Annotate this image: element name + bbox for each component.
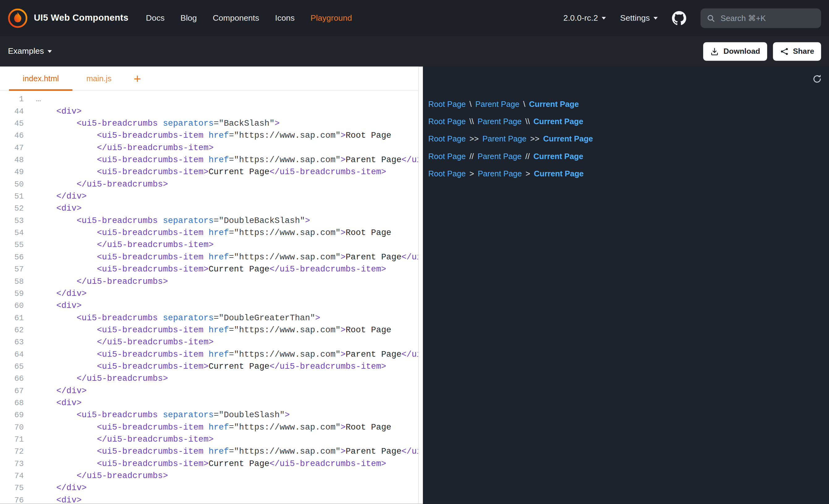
refresh-button[interactable] xyxy=(810,72,824,86)
code-token: <ui5-breadcrumbs-item xyxy=(36,228,204,238)
settings-dropdown[interactable]: Settings xyxy=(620,13,657,23)
code-token: <ui5-breadcrumbs xyxy=(36,216,158,226)
examples-toolbar: Examples Download Share xyxy=(0,36,829,66)
breadcrumb-link[interactable]: Root Page xyxy=(428,100,466,108)
download-button[interactable]: Download xyxy=(704,42,767,61)
breadcrumb-link[interactable]: Parent Page xyxy=(477,152,522,161)
code-text: </ui5-breadcrumbs> xyxy=(36,179,418,191)
chevron-down-icon xyxy=(47,50,52,53)
search-box[interactable] xyxy=(700,8,821,28)
code-token: Parent Page xyxy=(346,253,401,262)
code-token: <ui5-breadcrumbs-item xyxy=(36,350,204,359)
brand[interactable]: UI5 Web Components xyxy=(8,8,129,28)
code-line: 49 <ui5-breadcrumbs-item>Current Page</u… xyxy=(0,166,418,179)
download-icon xyxy=(710,47,719,55)
code-token: DoubleGreaterThan xyxy=(224,313,310,323)
code-token xyxy=(204,447,208,457)
code-token: Current Page xyxy=(209,459,269,468)
code-text: <ui5-breadcrumbs-item>Current Page</ui5-… xyxy=(36,166,418,179)
code-text: <ui5-breadcrumbs-item href="https://www.… xyxy=(36,154,418,166)
code-token: href xyxy=(209,131,229,141)
code-token: </ui5-breadcrumbs-item> xyxy=(401,155,418,165)
top-navbar: UI5 Web Components DocsBlogComponentsIco… xyxy=(0,0,829,36)
code-token: </ui5-breadcrumbs-item> xyxy=(269,167,386,177)
screen: UI5 Web Components DocsBlogComponentsIco… xyxy=(0,0,829,504)
examples-dropdown[interactable]: Examples xyxy=(8,47,52,56)
code-token: </ui5-breadcrumbs-item> xyxy=(269,265,386,274)
breadcrumb-link[interactable]: Root Page xyxy=(428,152,466,161)
line-number: 49 xyxy=(0,166,24,179)
github-icon xyxy=(672,11,686,25)
main-nav: DocsBlogComponentsIconsPlayground xyxy=(146,13,352,23)
code-text: <ui5-breadcrumbs-item href="https://www.… xyxy=(36,227,418,239)
code-line: 68 <div> xyxy=(0,397,418,409)
breadcrumb-row: Root Page//Parent Page//Current Page xyxy=(428,147,823,165)
code-token: <div> xyxy=(36,495,82,504)
code-token: separators xyxy=(163,119,214,128)
nav-item-playground[interactable]: Playground xyxy=(311,13,352,23)
code-token: <ui5-breadcrumbs-item xyxy=(36,131,204,141)
line-number: 73 xyxy=(0,458,24,470)
code-token: https://www.sap.com xyxy=(239,350,335,359)
line-number: 56 xyxy=(0,251,24,263)
code-token: <ui5-breadcrumbs-item> xyxy=(36,167,208,177)
github-link[interactable] xyxy=(672,11,686,25)
code-line: 71 </ui5-breadcrumbs-item> xyxy=(0,434,418,445)
breadcrumb-separator: >> xyxy=(527,134,543,143)
breadcrumb-link[interactable]: Parent Page xyxy=(477,117,522,126)
breadcrumb-link[interactable]: Parent Page xyxy=(478,169,522,178)
code-text: </div> xyxy=(36,482,418,495)
line-number: 76 xyxy=(0,495,24,504)
breadcrumb-link[interactable]: Root Page xyxy=(428,169,466,178)
breadcrumb-link[interactable]: Root Page xyxy=(428,117,466,126)
toolbar-actions: Download Share xyxy=(704,42,821,61)
code-token xyxy=(204,350,208,359)
code-token: <div> xyxy=(36,398,82,408)
code-token: https://www.sap.com xyxy=(239,228,335,238)
code-text: </ui5-breadcrumbs-item> xyxy=(36,337,418,349)
nav-item-docs[interactable]: Docs xyxy=(146,13,165,23)
code-lines[interactable]: 1…44 <div>45 <ui5-breadcrumbs separators… xyxy=(0,91,418,504)
code-token: href xyxy=(209,325,229,335)
code-token: =" xyxy=(214,216,224,226)
version-dropdown[interactable]: 2.0.0-rc.2 xyxy=(563,13,606,23)
nav-item-components[interactable]: Components xyxy=(213,13,259,23)
breadcrumb-link[interactable]: Parent Page xyxy=(475,100,519,108)
code-line: 46 <ui5-breadcrumbs-item href="https://w… xyxy=(0,130,418,142)
pane-splitter[interactable] xyxy=(418,67,423,504)
line-number: 47 xyxy=(0,142,24,154)
line-number: 59 xyxy=(0,288,24,300)
line-number: 70 xyxy=(0,422,24,434)
tab-main.js[interactable]: main.js xyxy=(73,67,125,90)
code-token xyxy=(204,253,208,262)
code-token: =" xyxy=(229,253,239,262)
code-text: <ui5-breadcrumbs-item href="https://www.… xyxy=(36,422,418,434)
code-token xyxy=(158,411,163,420)
code-editor: index.htmlmain.js+ 1…44 <div>45 <ui5-bre… xyxy=(0,67,418,504)
code-token: href xyxy=(209,447,229,457)
code-token: </div> xyxy=(36,386,86,396)
code-token xyxy=(204,423,208,432)
code-token: </ui5-breadcrumbs> xyxy=(36,471,168,481)
add-tab-button[interactable]: + xyxy=(125,67,150,90)
line-number: 46 xyxy=(0,130,24,142)
nav-item-blog[interactable]: Blog xyxy=(181,13,197,23)
code-token: =" xyxy=(229,155,239,165)
breadcrumb-link[interactable]: Root Page xyxy=(428,134,466,143)
breadcrumb-link[interactable]: Parent Page xyxy=(482,134,527,143)
code-text: <ui5-breadcrumbs-item>Current Page</ui5-… xyxy=(36,361,418,373)
code-text: </ui5-breadcrumbs> xyxy=(36,470,418,482)
code-text: </ui5-breadcrumbs> xyxy=(36,373,418,385)
code-token: " xyxy=(335,228,340,238)
code-line: 70 <ui5-breadcrumbs-item href="https://w… xyxy=(0,422,418,434)
search-input[interactable] xyxy=(720,13,816,23)
line-number: 75 xyxy=(0,482,24,495)
code-token: <div> xyxy=(36,107,82,116)
line-number: 74 xyxy=(0,470,24,482)
tab-index.html[interactable]: index.html xyxy=(9,67,73,90)
breadcrumb-current: Current Page xyxy=(534,152,583,161)
code-token: Parent Page xyxy=(346,447,401,457)
code-token xyxy=(204,131,208,141)
nav-item-icons[interactable]: Icons xyxy=(275,13,295,23)
share-button[interactable]: Share xyxy=(773,42,821,61)
